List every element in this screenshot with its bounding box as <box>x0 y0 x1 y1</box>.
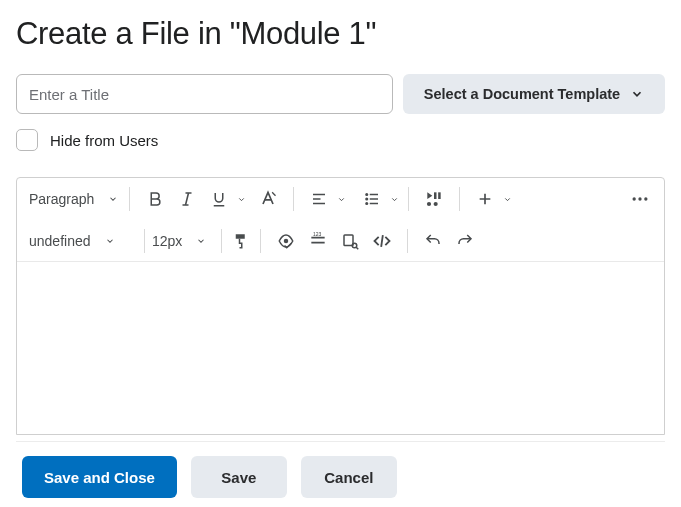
title-input[interactable] <box>16 74 393 114</box>
hide-from-users-label: Hide from Users <box>50 132 158 149</box>
svg-rect-15 <box>434 192 437 199</box>
save-and-close-button[interactable]: Save and Close <box>22 456 177 498</box>
underline-button[interactable] <box>203 183 235 215</box>
chevron-down-icon <box>196 236 206 246</box>
italic-button[interactable] <box>171 183 203 215</box>
undo-button[interactable] <box>417 225 449 257</box>
footer-actions: Save and Close Save Cancel <box>16 441 665 507</box>
chevron-down-icon <box>630 87 644 101</box>
svg-marker-14 <box>428 192 433 199</box>
chevron-down-icon <box>503 195 512 204</box>
format-painter-button[interactable] <box>225 225 257 257</box>
svg-rect-28 <box>344 235 353 246</box>
hide-from-users-checkbox[interactable] <box>16 129 38 151</box>
separator <box>129 187 130 211</box>
svg-line-30 <box>356 247 358 249</box>
select-template-label: Select a Document Template <box>424 86 620 102</box>
svg-point-24 <box>284 238 289 243</box>
paragraph-label: Paragraph <box>29 191 94 207</box>
align-combo[interactable] <box>303 183 346 215</box>
separator <box>293 187 294 211</box>
cancel-button[interactable]: Cancel <box>301 456 397 498</box>
svg-point-11 <box>366 194 368 196</box>
title-row: Select a Document Template <box>16 74 665 114</box>
editor-content-area[interactable] <box>17 262 664 434</box>
list-combo[interactable] <box>356 183 399 215</box>
chevron-down-icon <box>390 195 399 204</box>
preview-button[interactable] <box>334 225 366 257</box>
paragraph-dropdown[interactable]: Paragraph <box>25 191 126 207</box>
chevron-down-icon <box>105 236 115 246</box>
rich-text-editor: Paragraph <box>16 177 665 435</box>
svg-point-18 <box>434 202 438 206</box>
font-family-dropdown[interactable]: undefined <box>25 233 141 249</box>
toolbar-row-1: Paragraph <box>17 178 664 220</box>
svg-point-22 <box>638 197 641 200</box>
separator <box>221 229 222 253</box>
chevron-down-icon <box>337 195 346 204</box>
select-template-button[interactable]: Select a Document Template <box>403 74 665 114</box>
separator <box>260 229 261 253</box>
separator <box>459 187 460 211</box>
svg-point-17 <box>427 202 431 206</box>
font-size-dropdown[interactable]: 12px <box>148 233 218 249</box>
list-button[interactable] <box>356 183 388 215</box>
hide-from-users-row: Hide from Users <box>16 129 665 151</box>
svg-point-12 <box>366 198 368 200</box>
svg-rect-16 <box>439 192 442 199</box>
font-family-label: undefined <box>29 233 91 249</box>
separator <box>144 229 145 253</box>
svg-line-31 <box>381 235 383 247</box>
plus-button[interactable] <box>469 183 501 215</box>
text-color-button[interactable] <box>252 183 284 215</box>
svg-point-13 <box>366 203 368 205</box>
align-left-button[interactable] <box>303 183 335 215</box>
toolbar-row-2: undefined 12px 123 <box>17 220 664 262</box>
accessibility-check-button[interactable] <box>270 225 302 257</box>
bold-button[interactable] <box>139 183 171 215</box>
more-button[interactable] <box>624 183 656 215</box>
chevron-down-icon <box>237 195 246 204</box>
separator <box>407 229 408 253</box>
insert-combo[interactable] <box>469 183 512 215</box>
svg-line-2 <box>186 193 189 205</box>
insert-stuff-button[interactable] <box>418 183 450 215</box>
redo-button[interactable] <box>449 225 481 257</box>
page-title: Create a File in "Module 1" <box>16 16 665 52</box>
separator <box>408 187 409 211</box>
font-size-label: 12px <box>152 233 182 249</box>
svg-text:123: 123 <box>313 231 322 237</box>
underline-combo[interactable] <box>203 183 246 215</box>
word-count-button[interactable]: 123 <box>302 225 334 257</box>
svg-point-21 <box>633 197 636 200</box>
save-button[interactable]: Save <box>191 456 287 498</box>
chevron-down-icon <box>108 194 118 204</box>
svg-point-23 <box>644 197 647 200</box>
source-code-button[interactable] <box>366 225 398 257</box>
